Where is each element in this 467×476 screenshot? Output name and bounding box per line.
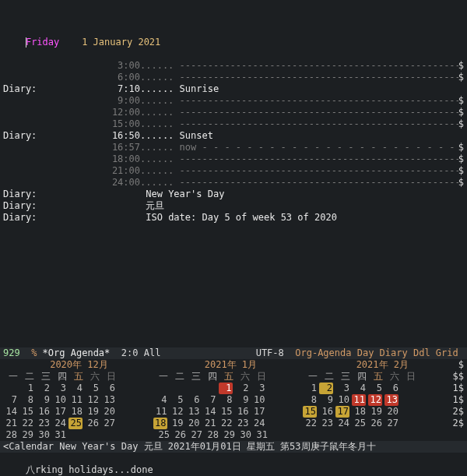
- agenda-line[interactable]: 9:00...... -----------------------------…: [3, 95, 464, 107]
- calendar-day[interactable]: 9: [319, 394, 333, 406]
- agenda-line[interactable]: Diary:7:10...... Sunrise: [3, 83, 464, 95]
- agenda-line[interactable]: Diary: New Year's Day: [3, 189, 464, 200]
- calendar-day[interactable]: 14: [202, 406, 216, 418]
- calendar-day[interactable]: 17: [335, 406, 349, 418]
- calendar-day[interactable]: 22: [219, 418, 233, 429]
- calendar-day[interactable]: 30: [36, 429, 50, 441]
- calendar-day[interactable]: 1: [303, 383, 317, 394]
- calendar-day[interactable]: 15: [303, 406, 317, 418]
- agenda-line[interactable]: 18:00...... ----------------------------…: [3, 153, 464, 165]
- calendar-day[interactable]: 13: [186, 406, 200, 418]
- calendar-day[interactable]: 2: [36, 383, 50, 394]
- calendar-day[interactable]: 4: [352, 383, 366, 394]
- calendar-day[interactable]: 24: [335, 418, 349, 429]
- calendar-day[interactable]: 15: [219, 406, 233, 418]
- calendar-day[interactable]: 29: [19, 429, 33, 441]
- calendar-day[interactable]: 28: [205, 429, 219, 441]
- calendar-day[interactable]: 7: [3, 394, 17, 406]
- calendar-day[interactable]: 23: [319, 418, 333, 429]
- calendar-day[interactable]: 19: [368, 406, 382, 418]
- calendar-day[interactable]: 31: [254, 429, 268, 441]
- calendar-day[interactable]: 2: [319, 383, 333, 394]
- calendar-day[interactable]: 6: [101, 383, 115, 394]
- calendar-day[interactable]: 16: [319, 406, 333, 418]
- calendar-day[interactable]: 8: [19, 394, 33, 406]
- calendar-day[interactable]: 15: [19, 406, 33, 418]
- calendar-day[interactable]: 10: [251, 394, 265, 406]
- calendar-day[interactable]: 8: [303, 394, 317, 406]
- calendar-day[interactable]: 25: [68, 418, 83, 429]
- calendar-day[interactable]: 1: [219, 383, 233, 394]
- calendar-day[interactable]: 11: [153, 406, 167, 418]
- calendar-day[interactable]: 29: [221, 429, 235, 441]
- calendar-day[interactable]: 27: [101, 418, 115, 429]
- calendar-day[interactable]: 3: [335, 383, 349, 394]
- org-agenda-pane[interactable]: Friday 1 January 2021 3:00...... -------…: [0, 0, 467, 235]
- calendar-day[interactable]: 17: [52, 406, 66, 418]
- calendar-day[interactable]: 20: [384, 406, 399, 418]
- agenda-line[interactable]: 12:00...... ----------------------------…: [3, 107, 464, 118]
- calendar-day[interactable]: 11: [352, 394, 366, 406]
- calendar-day[interactable]: 11: [68, 394, 83, 406]
- calendar-day[interactable]: 12: [170, 406, 184, 418]
- agenda-line[interactable]: 15:00...... ----------------------------…: [3, 118, 464, 130]
- calendar-day[interactable]: 10: [335, 394, 349, 406]
- calendar-day[interactable]: 3: [251, 383, 265, 394]
- calendar-day[interactable]: 21: [202, 418, 216, 429]
- calendar-day[interactable]: 19: [170, 418, 184, 429]
- calendar-day[interactable]: 14: [3, 406, 17, 418]
- agenda-line[interactable]: 21:00...... ----------------------------…: [3, 165, 464, 177]
- calendar-day[interactable]: 2: [235, 383, 249, 394]
- calendar-day[interactable]: 25: [352, 418, 366, 429]
- agenda-line[interactable]: 24:00...... ----------------------------…: [3, 177, 464, 189]
- calendar-day[interactable]: 7: [202, 394, 216, 406]
- calendar-day[interactable]: 30: [237, 429, 251, 441]
- agenda-line[interactable]: Diary: 元旦: [3, 200, 464, 212]
- calendar-day[interactable]: 8: [219, 394, 233, 406]
- calendar-day[interactable]: 10: [52, 394, 66, 406]
- calendar-day[interactable]: 12: [85, 394, 99, 406]
- calendar-day[interactable]: 13: [384, 394, 399, 406]
- calendar-day[interactable]: 12: [368, 394, 382, 406]
- calendar-day[interactable]: 20: [186, 418, 200, 429]
- calendar-day[interactable]: 23: [235, 418, 249, 429]
- calendar-day[interactable]: 18: [153, 418, 167, 429]
- calendar-day[interactable]: 25: [156, 429, 170, 441]
- calendar-day[interactable]: 4: [153, 394, 167, 406]
- calendar-pane[interactable]: 2020年 12月2021年 1月2021年 2月$ 一 二 三 四 五 六 日…: [0, 359, 467, 441]
- calendar-day[interactable]: 1: [19, 383, 33, 394]
- agenda-line[interactable]: Diary: ISO date: Day 5 of week 53 of 202…: [3, 212, 464, 224]
- calendar-day[interactable]: 17: [251, 406, 265, 418]
- calendar-day[interactable]: 22: [303, 418, 317, 429]
- calendar-day[interactable]: 4: [68, 383, 83, 394]
- calendar-day[interactable]: 16: [235, 406, 249, 418]
- calendar-day[interactable]: 31: [52, 429, 66, 441]
- calendar-day[interactable]: 27: [188, 429, 202, 441]
- agenda-line[interactable]: 3:00...... -----------------------------…: [3, 60, 464, 72]
- calendar-day[interactable]: 6: [384, 383, 399, 394]
- calendar-day[interactable]: 9: [36, 394, 50, 406]
- agenda-line[interactable]: Diary:16:50...... Sunset: [3, 130, 464, 142]
- calendar-day[interactable]: 5: [170, 394, 184, 406]
- calendar-day[interactable]: 5: [368, 383, 382, 394]
- agenda-line[interactable]: 6:00...... -----------------------------…: [3, 72, 464, 83]
- calendar-day[interactable]: 20: [101, 406, 115, 418]
- calendar-day[interactable]: 23: [36, 418, 50, 429]
- calendar-day[interactable]: 22: [19, 418, 33, 429]
- calendar-day[interactable]: 18: [352, 406, 366, 418]
- calendar-day[interactable]: 21: [3, 418, 17, 429]
- calendar-day[interactable]: 6: [186, 394, 200, 406]
- calendar-day[interactable]: 9: [235, 394, 249, 406]
- calendar-day[interactable]: 3: [52, 383, 66, 394]
- calendar-day[interactable]: 19: [85, 406, 99, 418]
- calendar-day[interactable]: 24: [52, 418, 66, 429]
- calendar-day[interactable]: 18: [68, 406, 83, 418]
- calendar-day[interactable]: 28: [3, 429, 17, 441]
- calendar-day[interactable]: 5: [85, 383, 99, 394]
- calendar-day[interactable]: 13: [101, 394, 115, 406]
- calendar-day[interactable]: 26: [172, 429, 186, 441]
- calendar-day[interactable]: 26: [85, 418, 99, 429]
- agenda-line[interactable]: 16:57...... now - - - - - - - - - - - - …: [3, 142, 464, 153]
- calendar-day[interactable]: 16: [36, 406, 50, 418]
- calendar-day[interactable]: 26: [368, 418, 382, 429]
